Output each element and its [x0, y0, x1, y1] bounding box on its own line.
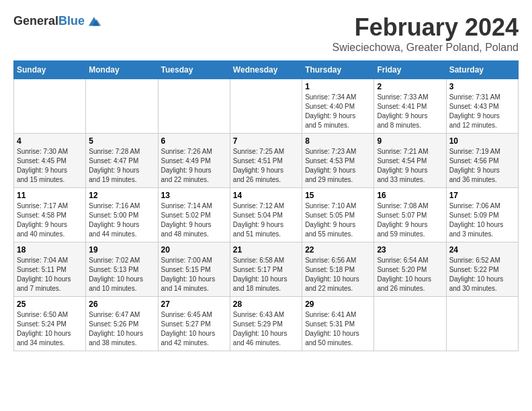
day-number: 11 [17, 191, 83, 200]
day-info: Sunrise: 6:41 AM Sunset: 5:31 PM Dayligh… [305, 310, 371, 348]
calendar-cell: 17Sunrise: 7:06 AM Sunset: 5:09 PM Dayli… [446, 188, 518, 242]
day-number: 26 [89, 300, 154, 309]
day-info: Sunrise: 7:17 AM Sunset: 4:58 PM Dayligh… [17, 201, 83, 239]
day-number: 13 [161, 191, 227, 200]
calendar-cell: 24Sunrise: 6:52 AM Sunset: 5:22 PM Dayli… [446, 242, 518, 297]
day-info: Sunrise: 7:04 AM Sunset: 5:11 PM Dayligh… [17, 256, 83, 293]
weekday-header-friday: Friday [374, 61, 446, 79]
calendar-cell: 23Sunrise: 6:54 AM Sunset: 5:20 PM Dayli… [374, 242, 446, 297]
day-info: Sunrise: 7:10 AM Sunset: 5:05 PM Dayligh… [305, 201, 371, 239]
day-info: Sunrise: 7:00 AM Sunset: 5:15 PM Dayligh… [161, 256, 227, 293]
day-info: Sunrise: 7:28 AM Sunset: 4:47 PM Dayligh… [89, 147, 154, 185]
day-info: Sunrise: 6:45 AM Sunset: 5:27 PM Dayligh… [161, 310, 227, 348]
day-info: Sunrise: 7:23 AM Sunset: 4:53 PM Dayligh… [305, 147, 371, 185]
day-number: 5 [89, 136, 154, 146]
day-info: Sunrise: 6:56 AM Sunset: 5:18 PM Dayligh… [305, 256, 371, 293]
calendar-cell: 3Sunrise: 7:31 AM Sunset: 4:43 PM Daylig… [446, 79, 518, 134]
calendar-cell: 9Sunrise: 7:21 AM Sunset: 4:54 PM Daylig… [374, 134, 446, 188]
day-number: 6 [161, 136, 227, 146]
day-number: 23 [377, 245, 443, 255]
day-info: Sunrise: 7:12 AM Sunset: 5:04 PM Dayligh… [233, 201, 299, 239]
day-info: Sunrise: 6:43 AM Sunset: 5:29 PM Dayligh… [233, 310, 299, 348]
calendar-cell: 8Sunrise: 7:23 AM Sunset: 4:53 PM Daylig… [302, 134, 374, 188]
calendar-cell [86, 79, 158, 134]
weekday-header-tuesday: Tuesday [158, 61, 230, 79]
day-number: 3 [449, 82, 515, 91]
calendar-cell: 10Sunrise: 7:19 AM Sunset: 4:56 PM Dayli… [446, 134, 518, 188]
day-number: 10 [449, 136, 515, 146]
calendar-cell: 18Sunrise: 7:04 AM Sunset: 5:11 PM Dayli… [14, 242, 86, 297]
day-info: Sunrise: 7:33 AM Sunset: 4:41 PM Dayligh… [377, 93, 443, 130]
calendar-cell: 19Sunrise: 7:02 AM Sunset: 5:13 PM Dayli… [86, 242, 158, 297]
day-info: Sunrise: 7:08 AM Sunset: 5:07 PM Dayligh… [377, 201, 443, 239]
calendar-cell: 1Sunrise: 7:34 AM Sunset: 4:40 PM Daylig… [302, 79, 374, 134]
day-info: Sunrise: 6:47 AM Sunset: 5:26 PM Dayligh… [89, 310, 154, 348]
day-number: 4 [17, 136, 83, 146]
day-info: Sunrise: 7:25 AM Sunset: 4:51 PM Dayligh… [233, 147, 299, 185]
calendar-cell: 14Sunrise: 7:12 AM Sunset: 5:04 PM Dayli… [230, 188, 302, 242]
day-number: 28 [233, 300, 299, 309]
day-number: 27 [161, 300, 227, 309]
day-info: Sunrise: 7:34 AM Sunset: 4:40 PM Dayligh… [305, 93, 371, 130]
day-info: Sunrise: 6:50 AM Sunset: 5:24 PM Dayligh… [17, 310, 83, 348]
day-number: 19 [89, 245, 154, 255]
day-info: Sunrise: 6:54 AM Sunset: 5:20 PM Dayligh… [377, 256, 443, 293]
weekday-header-wednesday: Wednesday [230, 61, 302, 79]
day-info: Sunrise: 7:02 AM Sunset: 5:13 PM Dayligh… [89, 256, 154, 293]
page-header: GeneralBlue February 2024 Swieciechowa, … [13, 13, 519, 54]
weekday-header-saturday: Saturday [446, 61, 518, 79]
day-number: 8 [305, 136, 371, 146]
day-number: 9 [377, 136, 443, 146]
calendar-cell: 22Sunrise: 6:56 AM Sunset: 5:18 PM Dayli… [302, 242, 374, 297]
day-number: 14 [233, 191, 299, 200]
calendar-cell: 12Sunrise: 7:16 AM Sunset: 5:00 PM Dayli… [86, 188, 158, 242]
day-number: 20 [161, 245, 227, 255]
day-number: 29 [305, 300, 371, 309]
day-number: 2 [377, 82, 443, 91]
day-number: 16 [377, 191, 443, 200]
calendar-header-row: SundayMondayTuesdayWednesdayThursdayFrid… [14, 61, 519, 79]
calendar-cell [446, 297, 518, 351]
day-info: Sunrise: 7:31 AM Sunset: 4:43 PM Dayligh… [449, 93, 515, 130]
logo-text: GeneralBlue [13, 15, 85, 28]
calendar-cell: 16Sunrise: 7:08 AM Sunset: 5:07 PM Dayli… [374, 188, 446, 242]
day-number: 12 [89, 191, 154, 200]
subtitle: Swieciechowa, Greater Poland, Poland [332, 42, 519, 54]
calendar-cell: 7Sunrise: 7:25 AM Sunset: 4:51 PM Daylig… [230, 134, 302, 188]
calendar-cell [230, 79, 302, 134]
calendar-week-row: 18Sunrise: 7:04 AM Sunset: 5:11 PM Dayli… [14, 242, 519, 297]
weekday-header-thursday: Thursday [302, 61, 374, 79]
calendar-cell: 20Sunrise: 7:00 AM Sunset: 5:15 PM Dayli… [158, 242, 230, 297]
day-info: Sunrise: 7:19 AM Sunset: 4:56 PM Dayligh… [449, 147, 515, 185]
day-info: Sunrise: 6:58 AM Sunset: 5:17 PM Dayligh… [233, 256, 299, 293]
day-number: 1 [305, 82, 371, 91]
calendar-cell: 21Sunrise: 6:58 AM Sunset: 5:17 PM Dayli… [230, 242, 302, 297]
day-number: 21 [233, 245, 299, 255]
calendar-week-row: 1Sunrise: 7:34 AM Sunset: 4:40 PM Daylig… [14, 79, 519, 134]
calendar-week-row: 25Sunrise: 6:50 AM Sunset: 5:24 PM Dayli… [14, 297, 519, 351]
calendar-cell: 28Sunrise: 6:43 AM Sunset: 5:29 PM Dayli… [230, 297, 302, 351]
calendar-week-row: 11Sunrise: 7:17 AM Sunset: 4:58 PM Dayli… [14, 188, 519, 242]
title-section: February 2024 Swieciechowa, Greater Pola… [332, 13, 519, 54]
day-number: 24 [449, 245, 515, 255]
calendar-cell [158, 79, 230, 134]
day-number: 18 [17, 245, 83, 255]
day-number: 7 [233, 136, 299, 146]
day-info: Sunrise: 7:14 AM Sunset: 5:02 PM Dayligh… [161, 201, 227, 239]
calendar-cell: 2Sunrise: 7:33 AM Sunset: 4:41 PM Daylig… [374, 79, 446, 134]
day-number: 17 [449, 191, 515, 200]
day-info: Sunrise: 7:06 AM Sunset: 5:09 PM Dayligh… [449, 201, 515, 239]
logo: GeneralBlue [13, 13, 102, 30]
calendar-table: SundayMondayTuesdayWednesdayThursdayFrid… [13, 60, 519, 351]
day-number: 22 [305, 245, 371, 255]
day-number: 25 [17, 300, 83, 309]
day-number: 15 [305, 191, 371, 200]
weekday-header-monday: Monday [86, 61, 158, 79]
day-info: Sunrise: 7:30 AM Sunset: 4:45 PM Dayligh… [17, 147, 83, 185]
day-info: Sunrise: 7:26 AM Sunset: 4:49 PM Dayligh… [161, 147, 227, 185]
calendar-cell: 27Sunrise: 6:45 AM Sunset: 5:27 PM Dayli… [158, 297, 230, 351]
calendar-week-row: 4Sunrise: 7:30 AM Sunset: 4:45 PM Daylig… [14, 134, 519, 188]
calendar-cell: 6Sunrise: 7:26 AM Sunset: 4:49 PM Daylig… [158, 134, 230, 188]
main-title: February 2024 [332, 13, 519, 42]
calendar-cell: 11Sunrise: 7:17 AM Sunset: 4:58 PM Dayli… [14, 188, 86, 242]
